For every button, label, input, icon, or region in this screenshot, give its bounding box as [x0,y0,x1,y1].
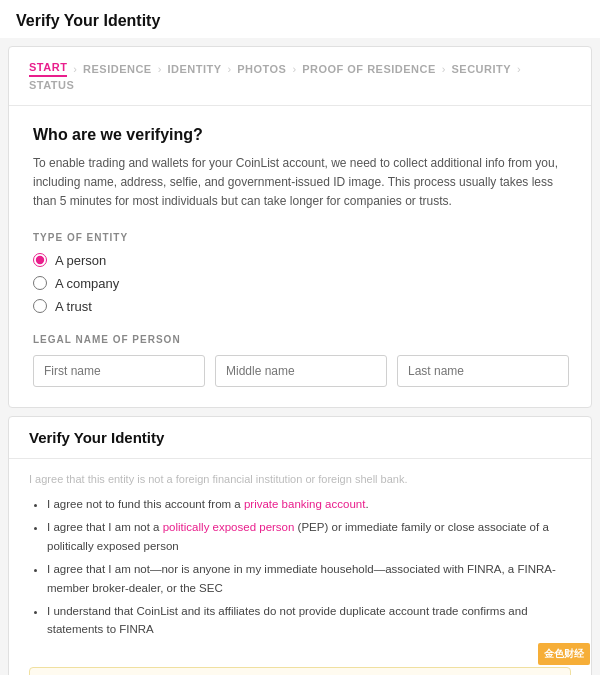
middle-name-input[interactable] [215,355,387,387]
agreement-list: I agree not to fund this account from a … [29,495,571,639]
second-card-title: Verify Your Identity [29,429,571,446]
legal-name-label: LEGAL NAME OF PERSON [33,334,567,345]
breadcrumb-sep-6: › [517,63,521,75]
entity-company[interactable]: A company [33,276,567,291]
breadcrumb-sep-2: › [158,63,162,75]
last-name-input[interactable] [397,355,569,387]
legal-name-section: LEGAL NAME OF PERSON [33,334,567,387]
page-header: Verify Your Identity [0,0,600,38]
pep-link[interactable]: politically exposed person [163,521,295,533]
agreement-item-1: I agree not to fund this account from a … [47,495,571,513]
second-card-header: Verify Your Identity [9,417,591,459]
entity-company-label: A company [55,276,119,291]
entity-person[interactable]: A person [33,253,567,268]
watermark: 金色财经 [538,643,590,665]
breadcrumb-photos[interactable]: PHOTOS [237,63,286,75]
entity-person-radio[interactable] [33,253,47,267]
breadcrumb-sep-1: › [73,63,77,75]
entity-trust[interactable]: A trust [33,299,567,314]
breadcrumb-start[interactable]: START [29,61,67,77]
breadcrumb-proof[interactable]: PROOF OF RESIDENCE [302,63,436,75]
agreement-item-4: I understand that CoinList and its affil… [47,602,571,639]
breadcrumb-identity[interactable]: IDENTITY [167,63,221,75]
breadcrumb-sep-5: › [442,63,446,75]
section-title: Who are we verifying? [33,126,567,144]
agreement-item-3: I agree that I am not—nor is anyone in m… [47,560,571,597]
page-title: Verify Your Identity [16,12,584,30]
breadcrumb: START › RESIDENCE › IDENTITY › PHOTOS › … [9,47,591,106]
name-fields-row [33,355,567,387]
entity-trust-label: A trust [55,299,92,314]
entity-company-radio[interactable] [33,276,47,290]
main-card: START › RESIDENCE › IDENTITY › PHOTOS › … [8,46,592,408]
second-card: Verify Your Identity I agree that this e… [8,416,592,675]
breadcrumb-residence[interactable]: RESIDENCE [83,63,152,75]
breadcrumb-sep-4: › [292,63,296,75]
entity-type-group: A person A company A trust [33,253,567,314]
breadcrumb-sep-3: › [228,63,232,75]
section-content: Who are we verifying? To enable trading … [9,106,591,407]
entity-person-label: A person [55,253,106,268]
warning-box: ⚠ Never share your account. Never use an… [29,667,571,675]
first-name-input[interactable] [33,355,205,387]
agreement-item-2: I agree that I am not a politically expo… [47,518,571,555]
private-banking-link[interactable]: private banking account [244,498,365,510]
section-description: To enable trading and wallets for your C… [33,154,567,212]
breadcrumb-status[interactable]: STATUS [29,79,74,91]
breadcrumb-security[interactable]: SECURITY [451,63,511,75]
entity-trust-radio[interactable] [33,299,47,313]
agreements-section: I agree that this entity is not a foreig… [9,459,591,655]
faded-agreement: I agree that this entity is not a foreig… [29,471,571,488]
entity-type-label: TYPE OF ENTITY [33,232,567,243]
